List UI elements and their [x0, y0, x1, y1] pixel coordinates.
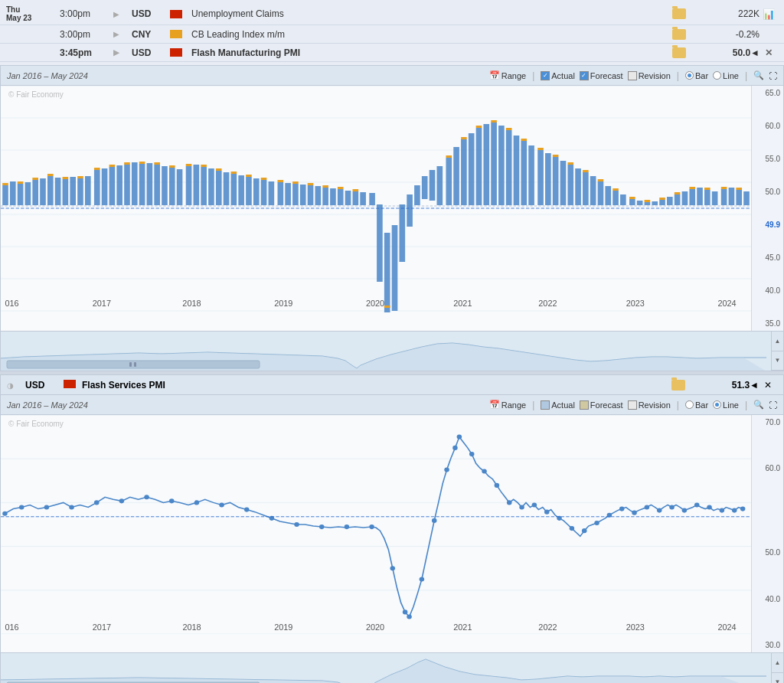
svg-rect-143 [675, 192, 681, 194]
revision-btn-2[interactable]: Revision [628, 400, 671, 410]
svg-point-204 [570, 526, 575, 531]
forecast-check-2 [580, 400, 589, 410]
range-btn[interactable]: 📅 Range [489, 70, 526, 80]
svg-rect-149 [743, 191, 750, 205]
svg-point-209 [632, 511, 637, 515]
svg-rect-98 [491, 123, 497, 205]
close-icon-3[interactable]: ✕ [760, 47, 778, 58]
svg-rect-96 [476, 128, 482, 205]
svg-rect-137 [697, 188, 703, 205]
chart1-scrollbar[interactable]: ▲ ▼ [1, 331, 783, 371]
folder-icon-col-2[interactable] [660, 29, 698, 40]
chart1-area: © Fair Economy 65.0 60.0 55.0 50.0 49.9 … [1, 86, 783, 331]
y2-label-70: 70.0 [755, 418, 780, 426]
svg-rect-54 [253, 178, 260, 205]
chart1-scrollbar-arrows[interactable]: ▲ ▼ [771, 332, 783, 371]
svg-point-182 [244, 508, 250, 512]
expand-btn-2[interactable]: ⛶ [769, 400, 777, 410]
svg-rect-38 [177, 169, 183, 205]
scroll-up-arrow[interactable]: ▲ [772, 332, 783, 351]
search-btn-2[interactable]: 🔍 [753, 400, 764, 410]
svg-rect-92 [446, 158, 452, 205]
forecast-btn-2[interactable]: Forecast [580, 400, 623, 410]
svg-rect-35 [154, 165, 160, 205]
svg-rect-91 [384, 306, 390, 308]
svg-text:2023: 2023 [626, 299, 645, 308]
line-btn-2[interactable]: Line [713, 400, 739, 410]
forecast-btn[interactable]: ✓ Forecast [580, 71, 623, 80]
svg-rect-81 [369, 193, 375, 205]
bar-btn[interactable]: Bar [685, 71, 708, 80]
chart2-title: Jan 2016 – May 2024 [7, 400, 88, 410]
folder-icon-3[interactable] [672, 47, 686, 58]
event-flag-3 [170, 48, 188, 57]
folder-icon-5[interactable] [671, 380, 685, 391]
svg-point-186 [345, 525, 350, 529]
folder-icon-col-3[interactable] [660, 47, 698, 58]
event-flag-2 [170, 30, 188, 38]
svg-rect-76 [292, 181, 299, 184]
actual-btn[interactable]: ✓ Actual [541, 71, 575, 80]
svg-rect-164 [129, 362, 132, 367]
flag-icon-2 [170, 30, 182, 38]
svg-rect-52 [238, 175, 244, 205]
event-name-2: CB Leading Index m/m [188, 29, 660, 40]
svg-point-206 [594, 521, 599, 525]
scroll-down-arrow[interactable]: ▼ [772, 351, 783, 371]
svg-rect-136 [689, 189, 695, 205]
event-time-3: 3:45pm [60, 47, 113, 58]
sep3: | [745, 70, 747, 81]
event-value-3: 50.0◄ [698, 47, 760, 58]
folder-icon-col[interactable] [660, 8, 698, 19]
svg-rect-9 [2, 185, 8, 205]
svg-rect-107 [491, 120, 497, 123]
chart-bar-icon[interactable]: 📊 [760, 8, 778, 20]
svg-point-189 [403, 609, 408, 614]
svg-rect-15 [47, 176, 54, 205]
close-btn-2[interactable]: ✕ [759, 380, 777, 391]
svg-rect-130 [645, 202, 651, 205]
chart2-scrollbar[interactable]: ▲ ▼ [1, 652, 783, 683]
scroll-up-arrow-2[interactable]: ▲ [772, 653, 783, 673]
expand-btn[interactable]: ⛶ [769, 71, 777, 80]
range-btn-2[interactable]: 📅 Range [489, 400, 526, 410]
svg-rect-55 [261, 180, 267, 205]
svg-rect-31 [124, 165, 130, 205]
search-btn[interactable]: 🔍 [753, 70, 764, 80]
chart2-section: ◑ USD Flash Services PMI 51.3◄ ✕ Jan 201… [0, 374, 784, 683]
svg-point-200 [519, 505, 524, 509]
svg-text:016: 016 [5, 623, 18, 632]
svg-rect-59 [216, 168, 222, 171]
scroll-down-arrow-2[interactable]: ▼ [772, 673, 783, 684]
bar-btn-2[interactable]: Bar [685, 400, 708, 410]
svg-point-177 [119, 498, 125, 503]
folder-icon[interactable] [672, 8, 686, 19]
actual-btn-2[interactable]: Actual [541, 400, 575, 410]
svg-rect-14 [40, 178, 46, 205]
event-arrow: ▶ [113, 10, 132, 18]
svg-rect-70 [330, 188, 336, 205]
svg-rect-122 [537, 148, 544, 150]
svg-point-198 [495, 483, 500, 488]
svg-text:2018: 2018 [182, 623, 201, 632]
svg-rect-27 [94, 170, 100, 205]
chart2-scrollbar-arrows[interactable]: ▲ ▼ [771, 653, 783, 683]
y2-label-60: 60.0 [755, 464, 780, 472]
svg-rect-56 [269, 181, 275, 205]
chart2-svg: 016 2017 2018 2019 2020 2021 2022 2023 2… [1, 415, 751, 634]
folder-col-2[interactable] [659, 380, 697, 391]
svg-point-218 [740, 507, 746, 511]
svg-rect-97 [483, 124, 489, 205]
revision-btn[interactable]: Revision [628, 71, 671, 80]
y-label-60: 60.0 [755, 122, 780, 130]
svg-rect-26 [77, 176, 83, 178]
chart1-title: Jan 2016 – May 2024 [7, 71, 88, 80]
line-btn[interactable]: Line [713, 71, 739, 80]
svg-rect-53 [246, 177, 252, 205]
svg-rect-57 [186, 164, 192, 166]
svg-rect-60 [231, 172, 237, 174]
svg-rect-108 [506, 128, 512, 130]
folder-icon-2[interactable] [672, 29, 686, 40]
event-value: 222K [698, 8, 760, 19]
event-arrow-2: ▶ [113, 30, 132, 38]
